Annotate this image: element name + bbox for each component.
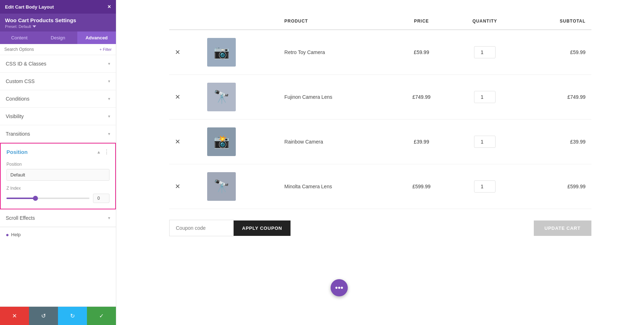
- cart-row-2: ✕ 📸 Rainbow Camera £39.99 £39.99: [169, 120, 591, 164]
- main-content: PRODUCT PRICE QUANTITY SUBTOTAL ✕ 📷 Retr…: [116, 0, 644, 325]
- product-image: 📸: [207, 127, 236, 156]
- accordion-scroll-effects: Scroll Effects ▾: [0, 209, 116, 227]
- position-title: Position: [6, 149, 28, 155]
- remove-item-button[interactable]: ✕: [175, 138, 180, 146]
- product-image: 📷: [207, 38, 236, 67]
- accordion-header-css-id[interactable]: CSS ID & Classes ▾: [0, 55, 116, 72]
- slider-fill: [6, 198, 35, 199]
- accordion-label-conditions: Conditions: [6, 96, 29, 102]
- undo-icon: ↺: [41, 312, 46, 319]
- preset-label: Preset: Default: [5, 24, 31, 29]
- quantity-input[interactable]: [474, 46, 496, 58]
- tab-design[interactable]: Design: [39, 31, 77, 44]
- remove-item-button[interactable]: ✕: [175, 48, 180, 56]
- slider-thumb[interactable]: [33, 196, 38, 201]
- col-image: [201, 14, 279, 30]
- product-image: 🔭: [207, 83, 236, 111]
- col-quantity: QUANTITY: [450, 14, 520, 30]
- accordion-label-css-id: CSS ID & Classes: [6, 61, 47, 67]
- product-quantity-cell: [450, 30, 520, 75]
- cart-row-3: ✕ 🔭 Minolta Camera Lens £599.99 £599.99: [169, 164, 591, 209]
- accordion-transitions: Transitions ▾: [0, 125, 116, 143]
- chevron-down-icon: ▾: [108, 114, 110, 119]
- quantity-input[interactable]: [474, 136, 496, 148]
- save-button[interactable]: ✓: [87, 307, 116, 325]
- product-subtotal: £59.99: [519, 30, 591, 75]
- accordion-custom-css: Custom CSS ▾: [0, 73, 116, 90]
- position-header[interactable]: Position ▲ ⋮: [1, 144, 115, 160]
- redo-icon: ↻: [70, 312, 75, 319]
- remove-item-button[interactable]: ✕: [175, 93, 180, 101]
- search-bar: + Filter: [0, 44, 116, 55]
- position-field-label: Position: [6, 162, 109, 167]
- preset-selector[interactable]: Preset: Default: [5, 24, 111, 29]
- tab-content[interactable]: Content: [0, 31, 39, 44]
- tab-advanced[interactable]: Advanced: [77, 31, 116, 44]
- product-price: £39.99: [393, 120, 450, 164]
- accordion-header-custom-css[interactable]: Custom CSS ▾: [0, 73, 116, 90]
- more-options-icon[interactable]: ⋮: [104, 149, 109, 155]
- chevron-down-icon: ▾: [108, 131, 110, 136]
- redo-button[interactable]: ↻: [58, 307, 87, 325]
- undo-button[interactable]: ↺: [29, 307, 58, 325]
- product-quantity-cell: [450, 120, 520, 164]
- cart-row-1: ✕ 🔭 Fujinon Camera Lens £749.99 £749.99: [169, 75, 591, 120]
- col-subtotal: SUBTOTAL: [519, 14, 591, 30]
- product-name: Rainbow Camera: [279, 120, 393, 164]
- position-select[interactable]: Default Static Relative Absolute Fixed: [6, 169, 109, 181]
- quantity-input[interactable]: [474, 91, 496, 103]
- product-subtotal: £599.99: [519, 164, 591, 209]
- quantity-input[interactable]: [474, 180, 496, 193]
- z-index-row: [6, 194, 109, 203]
- z-index-label: Z Index: [6, 186, 109, 191]
- z-index-input[interactable]: [93, 194, 109, 203]
- position-body: Position Default Static Relative Absolut…: [1, 160, 115, 209]
- save-icon: ✓: [99, 312, 104, 319]
- chevron-down-icon: ▾: [108, 61, 110, 66]
- accordion-label-transitions: Transitions: [6, 131, 30, 137]
- accordion-header-conditions[interactable]: Conditions ▾: [0, 90, 116, 107]
- close-icon[interactable]: ×: [108, 4, 111, 10]
- accordion-scroll: CSS ID & Classes ▾ Custom CSS ▾ Conditio…: [0, 55, 116, 306]
- product-name: Retro Toy Camera: [279, 30, 393, 75]
- position-controls: ▲ ⋮: [97, 149, 109, 155]
- settings-panel: Edit Cart Body Layout × Woo Cart Product…: [0, 0, 116, 325]
- accordion-header-transitions[interactable]: Transitions ▾: [0, 125, 116, 142]
- chevron-down-icon: ▾: [108, 215, 110, 220]
- floating-action-button[interactable]: •••: [331, 279, 348, 296]
- accordion-css-id: CSS ID & Classes ▾: [0, 55, 116, 73]
- apply-coupon-button[interactable]: APPLY COUPON: [234, 220, 291, 236]
- accordion-label-scroll-effects: Scroll Effects: [6, 215, 35, 221]
- accordion-visibility: Visibility ▾: [0, 108, 116, 125]
- accordion-header-visibility[interactable]: Visibility ▾: [0, 108, 116, 125]
- search-input[interactable]: [4, 47, 97, 52]
- z-index-slider-track[interactable]: [6, 198, 89, 199]
- accordion-label-custom-css: Custom CSS: [6, 78, 35, 84]
- chevron-up-icon: ▲: [97, 150, 101, 155]
- cart-table-header-row: PRODUCT PRICE QUANTITY SUBTOTAL: [169, 14, 591, 30]
- delete-button[interactable]: ✕: [0, 307, 29, 325]
- product-name: Minolta Camera Lens: [279, 164, 393, 209]
- accordion-header-scroll-effects[interactable]: Scroll Effects ▾: [0, 209, 116, 227]
- help-icon: ●: [6, 232, 9, 238]
- product-price: £749.99: [393, 75, 450, 120]
- help-row[interactable]: ● Help: [0, 227, 116, 242]
- panel-header: Woo Cart Products Settings Preset: Defau…: [0, 14, 116, 31]
- product-price: £599.99: [393, 164, 450, 209]
- delete-icon: ✕: [12, 312, 17, 319]
- update-cart-button[interactable]: UPDATE CART: [534, 220, 591, 236]
- coupon-input[interactable]: [169, 220, 234, 236]
- bottom-toolbar: ✕ ↺ ↻ ✓: [0, 306, 116, 325]
- filter-button[interactable]: + Filter: [99, 47, 112, 52]
- product-subtotal: £749.99: [519, 75, 591, 120]
- help-label: Help: [11, 232, 21, 237]
- product-quantity-cell: [450, 164, 520, 209]
- cart-actions: APPLY COUPON UPDATE CART: [169, 220, 591, 236]
- col-product: PRODUCT: [279, 14, 393, 30]
- product-price: £59.99: [393, 30, 450, 75]
- panel-tabs: Content Design Advanced: [0, 31, 116, 44]
- remove-item-button[interactable]: ✕: [175, 183, 180, 190]
- accordion-conditions: Conditions ▾: [0, 90, 116, 108]
- col-remove: [169, 14, 202, 30]
- product-image: 🔭: [207, 172, 236, 201]
